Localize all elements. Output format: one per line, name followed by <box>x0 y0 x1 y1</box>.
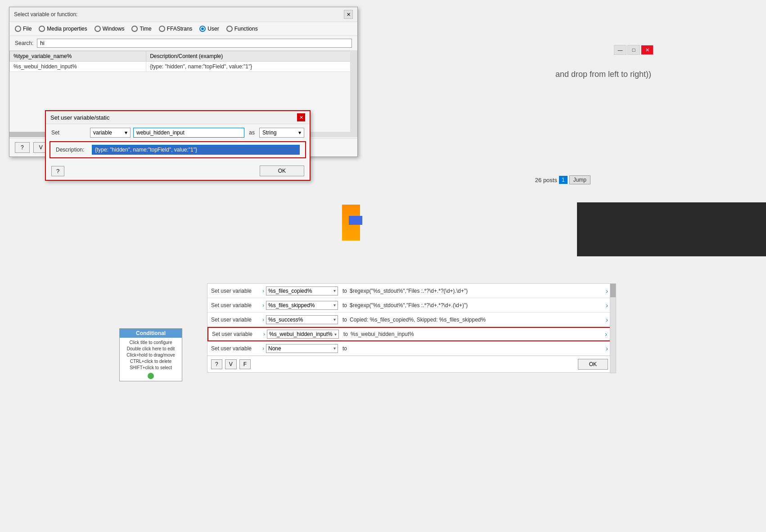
row2-value: $regexp("%s_stdout%","Files :.*?\d+.*?\d… <box>350 302 606 308</box>
string-dropdown-chevron-icon: ▾ <box>298 130 301 136</box>
dialog-question-button[interactable]: ? <box>15 142 30 153</box>
radio-windows-circle <box>95 26 101 32</box>
workflow-rows-toolbar: ? V F OK <box>207 356 612 372</box>
blue-indicator-decoration <box>349 216 362 225</box>
row5-chevron-icon: ▾ <box>333 346 336 351</box>
minimize-button[interactable]: — <box>614 45 626 55</box>
radio-functions-circle <box>226 26 233 32</box>
radio-file[interactable]: File <box>15 26 32 32</box>
type-dropdown-value: variable <box>93 130 112 136</box>
conditional-line1: Click title to configure <box>122 340 180 346</box>
row3-dropdown[interactable]: %s_success% ▾ <box>266 315 338 324</box>
dialog-scrollbar[interactable] <box>350 51 357 132</box>
row2-expand-icon[interactable]: › <box>606 302 608 309</box>
row4-to: to <box>343 331 348 337</box>
workflow-v-button[interactable]: V <box>225 359 237 369</box>
radio-time-circle <box>131 26 138 32</box>
row5-arrow: › <box>262 345 264 352</box>
var-desc-cell: {type: "hidden", name:"topField", value:… <box>146 62 357 72</box>
jump-button[interactable]: Jump <box>569 175 590 184</box>
set-var-close-button[interactable]: ✕ <box>297 113 305 121</box>
radio-media[interactable]: Media properties <box>39 26 87 32</box>
posts-badge: 1 <box>559 176 568 184</box>
maximize-button[interactable]: □ <box>627 45 640 55</box>
row3-label: Set user variable <box>211 317 261 323</box>
row5-expand-icon[interactable]: › <box>606 345 608 352</box>
workflow-ok-button[interactable]: OK <box>578 359 608 370</box>
radio-windows[interactable]: Windows <box>95 26 125 32</box>
workflow-scrollbar-right[interactable] <box>610 283 616 373</box>
scrollbar-thumb <box>610 284 616 297</box>
radio-ffastrans-circle <box>159 26 165 32</box>
row4-arrow: › <box>263 331 265 337</box>
conditional-header: Conditional <box>120 329 182 338</box>
col1-header: %type_variable_name% <box>10 51 146 62</box>
posts-info: 26 posts 1 Jump <box>535 175 590 184</box>
set-label: Set <box>51 130 87 136</box>
radio-time-label: Time <box>140 26 151 32</box>
select-dialog-titlebar: Select variable or function: ✕ <box>9 7 357 22</box>
conditional-block[interactable]: Conditional Click title to configure Dou… <box>119 328 182 381</box>
row1-chevron-icon: ▾ <box>333 288 336 293</box>
row4-chevron-icon: ▾ <box>334 332 337 337</box>
row4-expand-icon[interactable]: › <box>605 331 607 338</box>
variables-table: %type_variable_name% Description/Content… <box>9 51 357 72</box>
row1-dropdown-value: %s_files_copied% <box>268 288 312 294</box>
radio-media-circle <box>39 26 45 32</box>
workflow-row-5: Set user variable › None ▾ to › <box>207 341 612 356</box>
help-button[interactable]: ? <box>51 166 64 176</box>
row4-dropdown[interactable]: %s_webui_hidden_input% ▾ <box>267 330 339 339</box>
row3-dropdown-value: %s_success% <box>268 317 303 323</box>
radio-windows-label: Windows <box>103 26 125 32</box>
row5-label: Set user variable <box>211 345 261 352</box>
radio-row: File Media properties Windows Time FFASt… <box>9 22 357 36</box>
var-name-cell: %s_webui_hidden_input% <box>10 62 146 72</box>
search-input[interactable] <box>37 39 352 48</box>
row3-value: Copied: %s_files_copied%, Skipped: %s_fi… <box>350 317 606 323</box>
radio-ffastrans[interactable]: FFAStrans <box>159 26 193 32</box>
row2-to: to <box>342 302 347 308</box>
row1-label: Set user variable <box>211 288 261 294</box>
workflow-rows-panel: Set user variable › %s_files_copied% ▾ t… <box>207 283 612 373</box>
set-var-row: Set variable ▾ as String ▾ <box>46 124 310 141</box>
row1-expand-icon[interactable]: › <box>606 287 608 295</box>
radio-file-label: File <box>23 26 32 32</box>
radio-functions[interactable]: Functions <box>226 26 258 32</box>
radio-functions-label: Functions <box>234 26 258 32</box>
workflow-question-button[interactable]: ? <box>211 359 222 369</box>
set-var-ok-button[interactable]: OK <box>260 165 304 176</box>
row1-dropdown[interactable]: %s_files_copied% ▾ <box>266 286 338 295</box>
select-dialog-close-button[interactable]: ✕ <box>344 10 353 19</box>
workflow-row-1: Set user variable › %s_files_copied% ▾ t… <box>207 284 612 298</box>
radio-user-label: User <box>207 26 219 32</box>
search-label: Search: <box>15 40 33 46</box>
string-type-dropdown[interactable]: String ▾ <box>259 128 304 138</box>
row3-chevron-icon: ▾ <box>333 317 336 322</box>
workflow-f-button[interactable]: F <box>239 359 251 369</box>
var-name-input[interactable] <box>133 128 244 138</box>
radio-ffastrans-label: FFAStrans <box>167 26 193 32</box>
row3-to: to <box>342 317 347 323</box>
row4-label: Set user variable <box>212 331 261 337</box>
row3-arrow: › <box>262 317 264 323</box>
conditional-body: Click title to configure Double click he… <box>120 338 182 381</box>
radio-user[interactable]: User <box>199 26 219 32</box>
desc-label: Description: <box>56 147 92 153</box>
radio-file-circle <box>15 26 21 32</box>
conditional-line2: Double click here to edit <box>122 346 180 352</box>
close-button[interactable]: ✕ <box>641 45 653 55</box>
description-input[interactable] <box>92 145 300 155</box>
type-dropdown[interactable]: variable ▾ <box>90 128 131 138</box>
row5-dropdown[interactable]: None ▾ <box>266 344 338 353</box>
description-row-highlighted: Description: <box>50 141 306 158</box>
row4-dropdown-value: %s_webui_hidden_input% <box>269 331 333 337</box>
row1-value: $regexp("%s_stdout%","Files :.*?\d+.*?(\… <box>350 288 606 294</box>
conditional-line5: SHIFT+click to select <box>122 365 180 371</box>
row3-expand-icon[interactable]: › <box>606 316 608 323</box>
table-row[interactable]: %s_webui_hidden_input% {type: "hidden", … <box>10 62 357 72</box>
radio-time[interactable]: Time <box>131 26 151 32</box>
workflow-row-2: Set user variable › %s_files_skipped% ▾ … <box>207 298 612 313</box>
row2-dropdown[interactable]: %s_files_skipped% ▾ <box>266 301 338 310</box>
conditional-green-icon <box>148 373 154 379</box>
search-row: Search: <box>9 36 357 51</box>
